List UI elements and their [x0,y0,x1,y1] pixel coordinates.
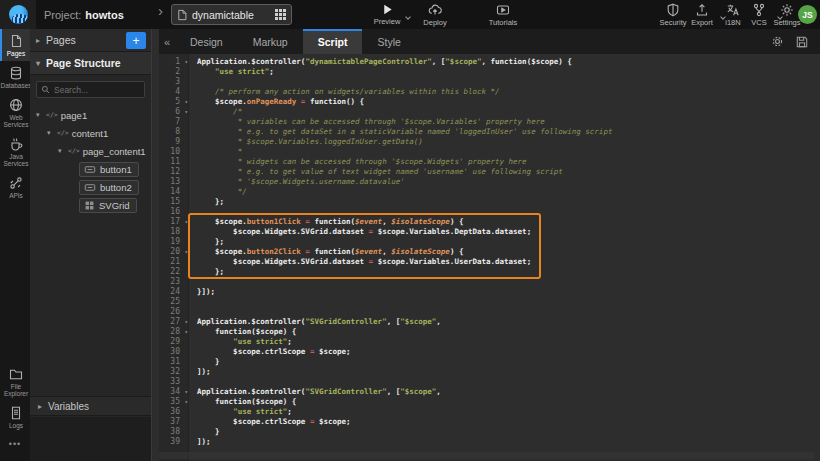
code-line[interactable] [197,77,820,87]
code-line[interactable]: */ [197,187,820,197]
code-line[interactable]: * [197,147,820,157]
tree-item-page1[interactable]: ▾</>page1 [30,106,151,124]
code-line[interactable]: $scope.button2Click = function($event, $… [197,247,820,257]
code-line[interactable]: $scope.Widgets.SVGrid.dataset = $scope.V… [197,257,820,267]
collapse-panel-button[interactable]: « [159,29,175,54]
code-line[interactable]: * $scope.Variables.loggedInUser.getData(… [197,137,820,147]
rail-item-file-explorer[interactable]: File Explorer [0,362,30,401]
rail-item-label: Web Services [2,114,30,128]
search-input[interactable] [54,85,144,95]
code-content[interactable]: Application.$controller("dynamictablePag… [189,54,820,461]
code-token: $event [355,247,382,256]
gutter-line: 25 [159,297,188,307]
tree-item-button1[interactable]: button1 [30,160,151,178]
line-number: 13 [159,177,180,187]
fold-marker[interactable]: ▾ [184,317,188,327]
rail-item-logs[interactable]: Logs [0,401,30,433]
tree-expand-arrow[interactable]: ▾ [36,111,43,119]
fold-marker[interactable]: ▾ [184,97,188,107]
code-line[interactable] [197,297,820,307]
grid-menu-icon[interactable] [275,9,286,20]
topbar-button-export[interactable]: Export [685,1,719,28]
code-line[interactable]: }]); [197,287,820,297]
code-line[interactable]: Application.$controller("SVGridControlle… [197,387,820,397]
rail-item-web-services[interactable]: Web Services [0,93,30,132]
pages-section-header[interactable]: ▸ Pages + [30,29,151,52]
code-line[interactable]: * widgets can be accessed through '$scop… [197,157,820,167]
code-line[interactable]: * e.g. to get dataSet in a staticVariabl… [197,127,820,137]
user-avatar[interactable]: JS [798,5,817,24]
tree-widget-box: SVGrid [79,198,137,213]
code-line[interactable]: "use strict"; [197,67,820,77]
line-number: 8 [159,127,180,137]
page-tab-dynamictable[interactable]: dynamictable [171,4,292,25]
code-line[interactable]: * '$scope.Widgets.username.datavalue' [197,177,820,187]
code-line[interactable]: }; [197,197,820,207]
tree-expand-arrow[interactable]: ▾ [47,129,54,137]
code-line[interactable] [197,277,820,287]
code-line[interactable]: Application.$controller("SVGridControlle… [197,317,820,327]
code-line[interactable]: $scope.ctrlScope = $scope; [197,417,820,427]
tree-expand-arrow[interactable]: ▾ [58,147,65,155]
add-page-button[interactable]: + [126,32,146,49]
tree-item-content1[interactable]: ▾</>content1 [30,124,151,142]
wavemaker-studio: Project: howtos › dynamictable PreviewDe… [0,0,820,461]
fold-marker[interactable]: ▾ [184,397,188,407]
rail-item-databases[interactable]: Databases [0,61,30,93]
code-line[interactable]: "use strict"; [197,337,820,347]
code-line[interactable]: ]); [197,367,820,377]
tab-script[interactable]: Script [303,29,363,54]
code-line[interactable] [197,307,820,317]
horizontal-scrollbar[interactable] [159,452,814,459]
code-line[interactable]: $scope.button1Click = function($event, $… [197,217,820,227]
topbar-button-preview[interactable]: Preview [370,1,404,28]
code-token: = [305,417,319,426]
code-line[interactable]: /* [197,107,820,117]
code-line[interactable]: /* perform any action on widgets/variabl… [197,87,820,97]
code-line[interactable]: ]); [197,437,820,447]
tree-item-button2[interactable]: button2 [30,178,151,196]
code-line[interactable]: }; [197,267,820,277]
code-editor[interactable]: 1▾2345▾6▾7891011121314151617▾181920▾2122… [159,54,820,461]
tab-style[interactable]: Style [362,29,415,54]
fold-marker[interactable]: ▾ [184,217,188,227]
logo-cell[interactable] [0,0,36,29]
topbar-button-deploy[interactable]: Deploy [418,1,452,28]
fold-marker[interactable]: ▾ [184,387,188,397]
rail-item-apis[interactable]: APIs [0,171,30,203]
fold-marker[interactable]: ▾ [184,247,188,257]
code-line[interactable]: function($scope) { [197,397,820,407]
fold-marker[interactable]: ▾ [184,327,188,337]
script-settings-gear-icon[interactable] [771,35,784,48]
save-icon[interactable] [796,36,808,48]
code-line[interactable]: "use strict"; [197,407,820,417]
code-line[interactable]: } [197,427,820,437]
variables-section-header[interactable]: ▸ Variables [30,396,151,416]
topbar-button-label: Deploy [423,18,446,27]
code-line[interactable]: function($scope) { [197,327,820,337]
code-line[interactable] [197,207,820,217]
rail-item-pages[interactable]: Pages [0,29,30,61]
fold-marker[interactable]: ▾ [184,57,188,67]
tree-item-page_content1[interactable]: ▾</>page_content1 [30,142,151,160]
topbar-button-tutorials[interactable]: Tutorials [486,1,520,28]
more-button[interactable]: ••• [0,433,30,455]
page-structure-header[interactable]: ▾ Page Structure [30,52,151,75]
code-line[interactable]: }; [197,237,820,247]
fold-marker[interactable]: ▾ [184,107,188,117]
tree-item-SVGrid[interactable]: SVGrid [30,196,151,214]
code-line[interactable]: $scope.ctrlScope = $scope; [197,347,820,357]
code-line[interactable]: $scope.Widgets.SVGrid.dataset = $scope.V… [197,227,820,237]
tab-design[interactable]: Design [175,29,238,54]
rail-item-java-services[interactable]: Java Services [0,132,30,171]
tab-markup[interactable]: Markup [238,29,303,54]
code-line[interactable]: * e.g. to get value of text widget named… [197,167,820,177]
code-line[interactable] [197,377,820,387]
structure-search[interactable] [36,81,145,98]
code-line[interactable]: Application.$controller("dynamictablePag… [197,57,820,67]
code-line[interactable]: } [197,357,820,367]
code-line[interactable]: $scope.onPageReady = function() { [197,97,820,107]
line-number: 9 [159,137,180,147]
code-line[interactable]: * variables can be accessed through '$sc… [197,117,820,127]
code-token: , [382,247,391,256]
